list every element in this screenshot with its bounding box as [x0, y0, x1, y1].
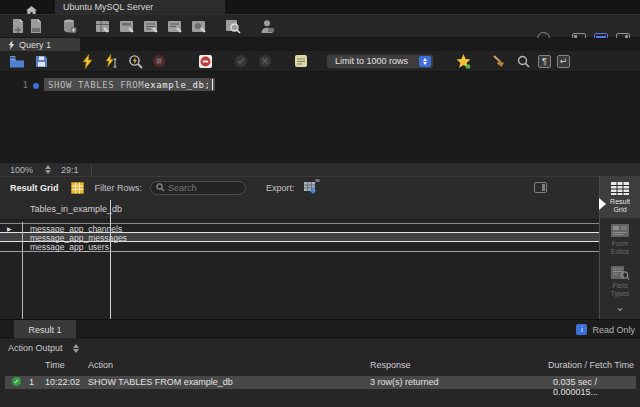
save-icon[interactable] [32, 52, 50, 70]
rollback-icon [256, 52, 274, 70]
editor-statusbar: 100% 29:1 [0, 162, 640, 176]
new-script-icon[interactable] [8, 17, 26, 35]
column-header-label: Tables_in_example_db [30, 204, 122, 214]
sql-identifier: example_db; [144, 80, 210, 90]
action-output-title: Action Output [8, 343, 63, 353]
result-grid-title: Result Grid [10, 183, 59, 193]
action-output-columns: Time Action Response Duration / Fetch Ti… [0, 360, 640, 372]
action-output-selector[interactable] [73, 344, 79, 353]
gutter-divider [22, 222, 23, 319]
tab-result-1[interactable]: Result 1 [14, 320, 76, 339]
limit-rows-value: Limit to 1000 rows [335, 56, 408, 66]
query-tab-label: Query 1 [19, 40, 51, 50]
toggle-stop-on-error-icon[interactable] [196, 52, 214, 70]
new-event-icon[interactable] [190, 17, 208, 35]
new-function-icon[interactable] [166, 17, 184, 35]
selected-statement: SHOW TABLES FROM example_db; [44, 78, 215, 91]
dropdown-arrows-icon [419, 56, 431, 67]
sidebar-item-label: Result Grid [604, 198, 636, 214]
beautify-icon[interactable] [454, 52, 472, 70]
action-output-row[interactable]: ✓ 1 10:22:02 SHOW TABLES FROM example_db… [5, 376, 636, 389]
column-action: Action [88, 360, 113, 370]
result-grid: Tables_in_example_db ▶ message_app_chann… [0, 198, 599, 319]
row-time: 10:22:02 [45, 377, 80, 387]
info-icon: i [576, 324, 587, 335]
editor-toolbar: Limit to 1000 rows ¶ ↵ [0, 51, 640, 72]
toggle-preview-panel-icon[interactable] [534, 182, 547, 193]
row-response: 3 row(s) returned [370, 377, 439, 387]
column-divider[interactable] [110, 200, 111, 319]
execute-icon[interactable] [78, 52, 96, 70]
zoom-stepper[interactable] [45, 165, 51, 174]
explain-icon[interactable] [126, 52, 144, 70]
server-admin-icon[interactable] [258, 17, 276, 35]
result-grid-header[interactable]: Tables_in_example_db [0, 198, 599, 220]
main-toolbar [0, 14, 640, 38]
action-output-panel: Action Output Time Action Response Durat… [0, 338, 640, 407]
commit-icon [232, 52, 250, 70]
grid-icon [69, 179, 87, 197]
new-table-icon[interactable] [94, 17, 112, 35]
sql-keywords: SHOW TABLES FROM [48, 80, 144, 90]
toggle-autocommit-icon[interactable] [292, 52, 310, 70]
new-schema-icon[interactable] [60, 17, 78, 35]
connection-tab-label: Ubuntu MySQL Server [63, 2, 153, 12]
row-index: 1 [29, 377, 34, 387]
tab-query-1[interactable]: Query 1 [0, 38, 80, 51]
wrap-text-icon[interactable]: ↵ [557, 55, 570, 68]
table-row-selected[interactable]: message_app_messages [0, 232, 599, 242]
new-view-icon[interactable] [118, 17, 136, 35]
column-response: Response [370, 360, 411, 370]
search-data-icon[interactable] [224, 17, 242, 35]
show-invisibles-icon[interactable]: ¶ [538, 55, 551, 68]
search-input[interactable] [168, 183, 240, 193]
sidebar-item-label: Form Editor [604, 240, 636, 256]
result-tab-bar: Result 1 i Read Only [0, 319, 640, 338]
sidebar-more-chevron-icon[interactable]: ⌄ [600, 302, 640, 312]
titlebar: Ubuntu MySQL Server [0, 0, 640, 14]
sidebar-item-form-editor[interactable]: Form Editor [600, 218, 640, 260]
new-procedure-icon[interactable] [142, 17, 160, 35]
line-number: 1 [14, 80, 28, 90]
open-file-icon[interactable] [8, 52, 26, 70]
active-view-pointer-icon [599, 198, 606, 210]
find-icon[interactable] [514, 52, 532, 70]
connection-tab[interactable]: Ubuntu MySQL Server [55, 0, 225, 14]
row-action: SHOW TABLES FROM example_db [88, 377, 233, 387]
form-editor-icon [610, 223, 630, 238]
result-grid-toolbar: Result Grid Filter Rows: Export: [0, 176, 599, 198]
statement-marker-icon [33, 83, 39, 89]
field-types-icon [610, 265, 630, 280]
cleanup-icon[interactable] [490, 52, 508, 70]
filter-search-box[interactable] [150, 181, 246, 195]
search-icon [156, 183, 165, 192]
sidebar-item-result-grid[interactable]: Result Grid [600, 176, 640, 218]
execute-current-icon[interactable] [102, 52, 120, 70]
sql-editor[interactable]: 1 SHOW TABLES FROM example_db; [0, 72, 640, 162]
readonly-indicator: i Read Only [576, 324, 635, 335]
column-time: Time [45, 360, 65, 370]
filter-rows-label: Filter Rows: [95, 183, 143, 193]
zoom-level: 100% [10, 165, 33, 175]
export-label: Export: [266, 183, 295, 193]
table-cell: message_app_users [30, 242, 109, 252]
code-line-1: 1 SHOW TABLES FROM example_db; [0, 78, 640, 91]
result-tab-label: Result 1 [28, 325, 61, 335]
result-grid-icon [610, 181, 630, 196]
stop-icon [150, 52, 168, 70]
mysql-workbench-window: Ubuntu MySQL Server [0, 0, 640, 407]
table-row[interactable]: message_app_users [0, 242, 599, 252]
success-check-icon: ✓ [12, 377, 21, 386]
open-script-icon[interactable] [26, 17, 44, 35]
readonly-label: Read Only [592, 325, 635, 335]
sidebar-item-label: Field Types [604, 282, 636, 298]
column-duration: Duration / Fetch Time [548, 360, 634, 370]
result-view-sidebar: Result Grid Form Editor Field Types ⌄ [599, 176, 640, 319]
bolt-icon [8, 40, 15, 50]
limit-rows-dropdown[interactable]: Limit to 1000 rows [326, 54, 434, 69]
sidebar-item-field-types[interactable]: Field Types [600, 260, 640, 302]
caret-position: 29:1 [61, 165, 79, 175]
splitter-handle[interactable] [315, 179, 320, 182]
query-tab-bar: Query 1 [0, 38, 640, 51]
row-duration: 0.035 sec / 0.000015... [553, 377, 636, 397]
